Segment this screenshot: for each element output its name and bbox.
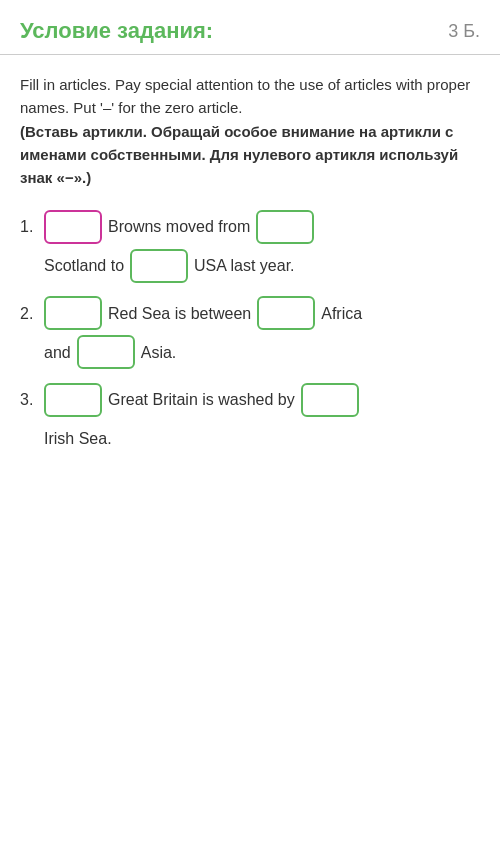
- q1-text-1: Browns moved from: [108, 209, 250, 244]
- q3-input-2[interactable]: [301, 383, 359, 417]
- question-1-line-1: 1. Browns moved from: [20, 209, 480, 244]
- page-title: Условие задания:: [20, 18, 213, 44]
- q1-input-3[interactable]: [130, 249, 188, 283]
- q1-input-2[interactable]: [256, 210, 314, 244]
- q2-input-3[interactable]: [77, 335, 135, 369]
- question-2: 2. Red Sea is between Africa and Asia.: [20, 296, 480, 370]
- q2-text-4: Asia.: [141, 335, 177, 370]
- q3-text-2: Irish Sea.: [44, 421, 112, 456]
- question-1-line-2: Scotland to USA last year.: [44, 248, 480, 283]
- question-2-line-1: 2. Red Sea is between Africa: [20, 296, 480, 331]
- q2-input-2[interactable]: [257, 296, 315, 330]
- question-1: 1. Browns moved from Scotland to USA las…: [20, 209, 480, 283]
- q1-number: 1.: [20, 209, 38, 244]
- instructions-english: Fill in articles. Pay special attention …: [20, 76, 470, 116]
- q2-text-1: Red Sea is between: [108, 296, 251, 331]
- header: Условие задания: 3 Б.: [0, 0, 500, 55]
- page-container: Условие задания: 3 Б. Fill in articles. …: [0, 0, 500, 488]
- q3-text-1: Great Britain is washed by: [108, 382, 295, 417]
- instructions-russian: (Вставь артикли. Обращай особое внимание…: [20, 123, 458, 187]
- q3-number: 3.: [20, 382, 38, 417]
- q2-number: 2.: [20, 296, 38, 331]
- question-2-line-2: and Asia.: [44, 335, 480, 370]
- question-3-line-2: Irish Sea.: [44, 421, 480, 456]
- question-3: 3. Great Britain is washed by Irish Sea.: [20, 382, 480, 456]
- q1-input-1[interactable]: [44, 210, 102, 244]
- q2-text-3: and: [44, 335, 71, 370]
- score-badge: 3 Б.: [448, 21, 480, 42]
- q1-text-3: USA last year.: [194, 248, 295, 283]
- question-3-line-1: 3. Great Britain is washed by: [20, 382, 480, 417]
- instructions: Fill in articles. Pay special attention …: [0, 55, 500, 199]
- q1-text-2: Scotland to: [44, 248, 124, 283]
- q3-input-1[interactable]: [44, 383, 102, 417]
- questions-area: 1. Browns moved from Scotland to USA las…: [0, 199, 500, 488]
- q2-text-2: Africa: [321, 296, 362, 331]
- q2-input-1[interactable]: [44, 296, 102, 330]
